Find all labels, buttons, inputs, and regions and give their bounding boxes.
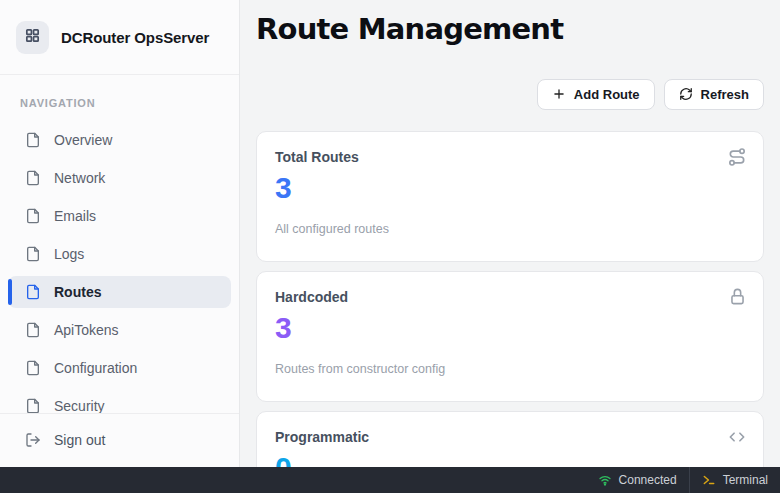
app-window: DCRouter OpsServer NAVIGATION Overview N… — [0, 0, 780, 467]
terminal-prompt-icon — [702, 473, 716, 487]
page-title: Route Management — [256, 12, 764, 47]
wifi-icon — [598, 473, 612, 487]
sidebar-item-emails[interactable]: Emails — [8, 200, 231, 232]
sign-out-label: Sign out — [54, 432, 105, 448]
card-title: Programmatic — [275, 429, 745, 445]
file-icon — [25, 322, 41, 338]
sidebar-item-overview[interactable]: Overview — [8, 124, 231, 156]
file-icon — [25, 246, 41, 262]
sidebar-item-routes[interactable]: Routes — [8, 276, 231, 308]
sidebar-item-configuration[interactable]: Configuration — [8, 352, 231, 384]
sidebar-item-logs[interactable]: Logs — [8, 238, 231, 270]
terminal-label: Terminal — [723, 473, 768, 487]
card-total-routes: Total Routes 3 All configured routes — [256, 131, 764, 262]
card-description: All configured routes — [275, 222, 745, 236]
lock-icon — [728, 287, 747, 306]
card-description: Routes from constructor config — [275, 362, 745, 376]
sidebar-item-apitokens[interactable]: ApiTokens — [8, 314, 231, 346]
sidebar-footer: Sign out — [0, 413, 239, 467]
sidebar-item-label: Security — [54, 398, 105, 413]
sidebar-item-label: Logs — [54, 246, 84, 262]
sidebar-item-label: ApiTokens — [54, 322, 119, 338]
file-icon — [25, 284, 41, 300]
plus-icon — [552, 87, 566, 101]
sidebar-header: DCRouter OpsServer — [0, 0, 239, 75]
sidebar-item-network[interactable]: Network — [8, 162, 231, 194]
card-title: Hardcoded — [275, 289, 745, 305]
terminal-toggle[interactable]: Terminal — [689, 467, 780, 493]
card-value: 3 — [275, 313, 745, 343]
stat-cards: Total Routes 3 All configured routes Har… — [256, 131, 764, 467]
sidebar: DCRouter OpsServer NAVIGATION Overview N… — [0, 0, 240, 467]
connection-status[interactable]: Connected — [586, 467, 689, 493]
code-icon — [727, 427, 747, 447]
card-programmatic: Programmatic 0 — [256, 411, 764, 467]
brand-title: DCRouter OpsServer — [61, 29, 209, 46]
file-icon — [25, 398, 41, 413]
logout-icon — [25, 432, 41, 448]
card-value: 0 — [275, 453, 745, 467]
nav-section-label: NAVIGATION — [8, 97, 231, 109]
refresh-label: Refresh — [701, 87, 749, 102]
sidebar-item-label: Configuration — [54, 360, 137, 376]
file-icon — [25, 132, 41, 148]
card-hardcoded: Hardcoded 3 Routes from constructor conf… — [256, 271, 764, 402]
app-logo — [16, 21, 49, 54]
main-content: Route Management Add Route Refresh Total… — [240, 0, 780, 467]
sidebar-item-label: Overview — [54, 132, 112, 148]
file-icon — [25, 208, 41, 224]
card-title: Total Routes — [275, 149, 745, 165]
sidebar-nav: NAVIGATION Overview Network Emails — [0, 75, 239, 413]
sign-out-button[interactable]: Sign out — [8, 422, 231, 458]
sidebar-item-security[interactable]: Security — [8, 390, 231, 413]
grid-icon — [24, 27, 41, 48]
add-route-button[interactable]: Add Route — [537, 79, 655, 110]
status-bar: Connected Terminal — [0, 467, 780, 493]
card-value: 3 — [275, 173, 745, 203]
header-actions: Add Route Refresh — [256, 79, 764, 110]
connection-status-label: Connected — [619, 473, 677, 487]
file-icon — [25, 360, 41, 376]
add-route-label: Add Route — [574, 87, 640, 102]
file-icon — [25, 170, 41, 186]
sidebar-item-label: Network — [54, 170, 105, 186]
refresh-icon — [679, 87, 693, 101]
sidebar-item-label: Emails — [54, 208, 96, 224]
refresh-button[interactable]: Refresh — [664, 79, 764, 110]
sidebar-item-label: Routes — [54, 284, 101, 300]
route-icon — [727, 147, 747, 167]
